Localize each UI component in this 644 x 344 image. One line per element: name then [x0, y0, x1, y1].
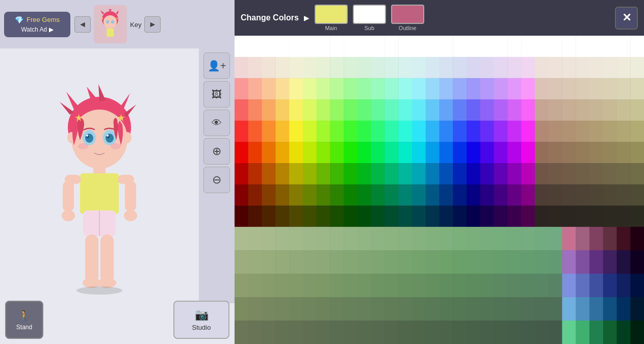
svg-marker-1	[100, 10, 105, 14]
svg-text:★: ★	[116, 17, 118, 20]
next-button[interactable]: ►	[144, 16, 161, 33]
svg-point-38	[62, 210, 75, 221]
prev-button[interactable]: ◄	[74, 16, 91, 33]
character-svg: ★ ★	[43, 79, 156, 313]
free-gems-label: Free Gems	[27, 16, 60, 23]
color-grid-container	[235, 36, 644, 344]
gem-icon: 💎	[15, 16, 23, 24]
svg-point-27	[107, 135, 109, 137]
character-name-label: Key	[130, 21, 141, 29]
svg-rect-9	[107, 29, 114, 37]
character-area: ★ ★	[0, 48, 199, 344]
close-icon: ✕	[622, 11, 631, 24]
svg-point-5	[106, 20, 109, 23]
add-character-icon: 👤+	[208, 60, 226, 72]
main-color-box: Main	[315, 5, 348, 31]
svg-point-26	[86, 135, 88, 137]
svg-rect-36	[63, 181, 74, 211]
arrow-right-icon: ▶	[304, 14, 310, 22]
svg-rect-33	[80, 173, 119, 214]
color-grid-canvas[interactable]	[235, 36, 644, 344]
free-gems-button[interactable]: 💎 Free Gems Watch Ad ▶	[4, 12, 70, 37]
main-color-swatch[interactable]	[315, 5, 348, 24]
watch-ad-label: Watch Ad ▶	[21, 26, 53, 33]
sub-color-swatch[interactable]	[353, 5, 386, 24]
main-color-label: Main	[325, 25, 337, 31]
avatar-preview-svg: ★ ★	[96, 9, 124, 40]
right-toolbar: 👤+ 🖼 👁 ⊕ ⊖	[199, 48, 235, 303]
svg-point-39	[124, 210, 137, 221]
svg-point-46	[76, 286, 122, 295]
sub-color-box: Sub	[353, 5, 386, 31]
zoom-in-button[interactable]: ⊕	[203, 138, 230, 165]
svg-point-22	[85, 134, 93, 143]
eye-icon: 👁	[212, 117, 222, 129]
color-picker-panel: Change Colors ▶ Main Sub Outline ✕	[235, 0, 644, 344]
svg-marker-16	[98, 84, 106, 101]
studio-label: Studio	[192, 324, 211, 331]
nav-area: ◄ ★ ★	[74, 5, 161, 43]
svg-point-4	[104, 15, 117, 29]
stand-icon: 🚶	[18, 309, 31, 322]
camera-icon: 📷	[195, 308, 209, 322]
outline-color-swatch[interactable]	[391, 5, 424, 24]
add-character-button[interactable]: 👤+	[203, 52, 230, 79]
zoom-out-button[interactable]: ⊖	[203, 167, 230, 193]
svg-marker-3	[116, 10, 119, 14]
stand-button[interactable]: 🚶 Stand	[5, 301, 43, 339]
svg-marker-11	[66, 92, 79, 110]
change-colors-label: Change Colors	[241, 13, 299, 22]
svg-point-6	[111, 20, 114, 23]
svg-text:★: ★	[117, 114, 125, 122]
image-icon: 🖼	[212, 89, 222, 100]
studio-button[interactable]: 📷 Studio	[173, 301, 229, 339]
svg-point-23	[106, 134, 114, 143]
left-panel: 💎 Free Gems Watch Ad ▶ ◄	[0, 0, 235, 344]
svg-rect-42	[85, 234, 98, 283]
svg-point-28	[78, 143, 88, 149]
outline-color-label: Outline	[399, 25, 417, 31]
svg-rect-37	[125, 181, 136, 211]
zoom-out-icon: ⊖	[212, 173, 221, 187]
svg-point-29	[111, 143, 121, 149]
character-avatar: ★ ★	[94, 5, 127, 43]
color-header: Change Colors ▶ Main Sub Outline ✕	[235, 0, 644, 36]
svg-text:★: ★	[101, 17, 104, 20]
close-button[interactable]: ✕	[615, 7, 638, 30]
image-button[interactable]: 🖼	[203, 81, 230, 108]
sub-color-label: Sub	[365, 25, 375, 31]
stand-label: Stand	[16, 324, 32, 331]
zoom-in-icon: ⊕	[212, 145, 221, 158]
top-bar: 💎 Free Gems Watch Ad ▶ ◄	[0, 0, 235, 48]
eye-button[interactable]: 👁	[203, 110, 230, 136]
outline-color-box: Outline	[391, 5, 424, 31]
svg-rect-43	[100, 234, 114, 283]
svg-point-45	[98, 278, 116, 288]
svg-text:★: ★	[75, 114, 83, 122]
